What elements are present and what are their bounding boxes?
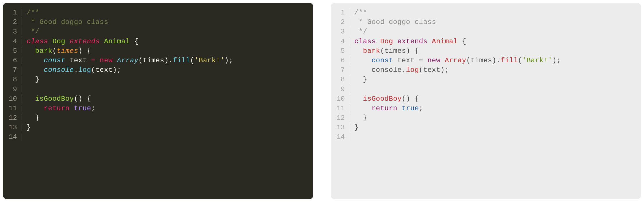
- token-space: [397, 104, 402, 112]
- line-number: 12: [3, 114, 21, 122]
- code-line: 8 }: [3, 76, 313, 85]
- token-space: [100, 38, 104, 45]
- token-punctuation: {: [87, 47, 91, 55]
- token-punctuation: {: [415, 95, 419, 103]
- code-line: 10 isGoodBoy() {: [331, 95, 641, 104]
- token-punctuation: ): [225, 57, 229, 64]
- token-keyword: extends: [70, 38, 100, 45]
- token-keyword: class: [27, 38, 48, 45]
- token-keyword: extends: [397, 38, 427, 45]
- token-space: [83, 95, 87, 103]
- token-punctuation: ): [406, 47, 410, 55]
- token-punctuation: .: [169, 57, 173, 64]
- line-number: 8: [3, 76, 21, 83]
- code-line: 1/**: [331, 9, 641, 18]
- token-operator: =: [91, 57, 96, 64]
- token-identifier: console: [372, 66, 402, 74]
- code-line: 7 console.log(text);: [331, 66, 641, 76]
- token-punctuation: ): [78, 95, 83, 103]
- token-punctuation: (: [518, 57, 522, 64]
- code-line: 4class Dog extends Animal {: [331, 38, 641, 47]
- code-line: 8 }: [331, 76, 641, 85]
- token-classname: Dog: [52, 38, 65, 45]
- token-function: bark: [35, 47, 53, 55]
- line-number: 10: [331, 95, 349, 103]
- code-editor-dark[interactable]: 1/** 2 * Good doggo class 3 */ 4class Do…: [3, 3, 313, 199]
- code-line: 14: [3, 133, 313, 143]
- token-indent: [354, 47, 363, 55]
- token-operator: =: [419, 57, 423, 64]
- token-comment: /**: [354, 9, 367, 16]
- token-indent: [354, 104, 372, 112]
- line-number: 13: [331, 124, 349, 131]
- code-line: 6 const text = new Array(times).fill('Ba…: [3, 57, 313, 66]
- token-string: 'Bark!': [522, 57, 552, 64]
- token-method: log: [406, 66, 419, 74]
- token-literal: true: [74, 104, 91, 112]
- line-number: 14: [331, 133, 349, 141]
- line-number: 10: [3, 95, 21, 103]
- line-number: 1: [331, 9, 349, 16]
- code-line: 11 return true;: [331, 104, 641, 114]
- token-classname: Dog: [380, 38, 393, 45]
- line-number: 4: [331, 38, 349, 45]
- token-punctuation: (: [52, 47, 57, 55]
- token-punctuation: {: [415, 47, 419, 55]
- line-number: 9: [331, 85, 349, 93]
- token-keyword: new: [427, 57, 440, 64]
- token-space: [95, 57, 100, 64]
- code-line: 13}: [3, 124, 313, 133]
- token-indent: [27, 95, 35, 103]
- token-indent: [354, 76, 363, 83]
- code-line: 10 isGoodBoy() {: [3, 95, 313, 104]
- code-line: 3 */: [3, 28, 313, 37]
- token-keyword: new: [100, 57, 113, 64]
- token-punctuation: (: [139, 57, 143, 64]
- token-punctuation: {: [462, 38, 466, 45]
- code-line: 7 console.log(text);: [3, 66, 313, 76]
- token-space: [65, 57, 70, 64]
- token-punctuation: {: [87, 95, 91, 103]
- code-line: 9: [3, 85, 313, 95]
- line-number: 5: [331, 47, 349, 55]
- token-punctuation: }: [354, 124, 359, 131]
- token-punctuation: (: [190, 57, 194, 64]
- token-punctuation: ): [78, 47, 83, 55]
- token-indent: [354, 57, 372, 64]
- token-literal: true: [402, 104, 419, 112]
- line-number: 7: [3, 66, 21, 74]
- token-space: [415, 57, 419, 64]
- token-punctuation: .: [74, 66, 78, 74]
- code-line: 9: [331, 85, 641, 95]
- token-punctuation: ): [492, 57, 496, 64]
- token-space: [410, 47, 415, 55]
- token-identifier: text: [423, 66, 440, 74]
- token-method: fill: [501, 57, 518, 64]
- token-punctuation: ;: [445, 66, 449, 74]
- token-punctuation: (: [466, 57, 471, 64]
- token-indent: [27, 114, 35, 122]
- token-punctuation: ;: [419, 104, 423, 112]
- token-punctuation: ): [113, 66, 117, 74]
- token-punctuation: ): [406, 95, 410, 103]
- token-space: [393, 57, 397, 64]
- token-keyword: return: [372, 104, 397, 112]
- token-type: Array: [445, 57, 466, 64]
- token-punctuation: ;: [229, 57, 233, 64]
- token-function: isGoodBoy: [35, 95, 74, 103]
- code-line: 3 */: [331, 28, 641, 37]
- token-space: [113, 57, 117, 64]
- code-line: 14: [331, 133, 641, 143]
- token-indent: [354, 66, 372, 74]
- token-indent: [27, 104, 44, 112]
- code-editor-light[interactable]: 1/** 2 * Good doggo class 3 */ 4class Do…: [331, 3, 641, 199]
- token-param: times: [57, 47, 78, 55]
- token-function: bark: [363, 47, 380, 55]
- token-space: [130, 38, 134, 45]
- token-comment: /**: [27, 9, 40, 16]
- line-number: 6: [331, 57, 349, 64]
- token-space: [48, 38, 53, 45]
- token-punctuation: (: [74, 95, 78, 103]
- line-number: 2: [3, 18, 21, 26]
- line-number: 4: [3, 38, 21, 45]
